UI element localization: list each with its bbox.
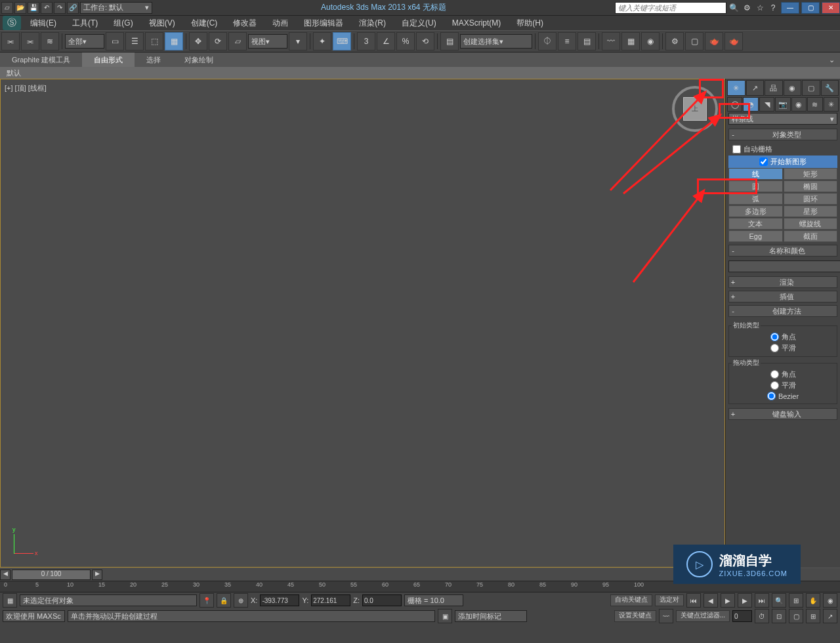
start-new-shape-checkbox[interactable] bbox=[759, 157, 768, 166]
help-search-input[interactable] bbox=[615, 2, 726, 14]
open-file-icon[interactable]: 📂 bbox=[14, 2, 26, 14]
autogrid-checkbox[interactable] bbox=[732, 145, 741, 154]
time-slider-next[interactable]: ▶ bbox=[92, 570, 102, 580]
favorites-icon[interactable]: ☆ bbox=[754, 2, 766, 14]
align-icon[interactable]: ≡ bbox=[558, 32, 576, 51]
unlink-tool-icon[interactable]: ⫘ bbox=[21, 32, 39, 51]
percent-snap-icon[interactable]: % bbox=[396, 32, 415, 51]
viewcube[interactable]: 上 bbox=[672, 86, 718, 132]
next-frame-icon[interactable]: ▶ bbox=[738, 593, 752, 608]
ribbon-tab-object-paint[interactable]: 对象绘制 bbox=[173, 52, 225, 67]
menu-group[interactable]: 组(G) bbox=[106, 18, 140, 29]
ribbon-tab-graphite[interactable]: Graphite 建模工具 bbox=[0, 52, 82, 67]
cat-shapes-icon[interactable]: ◔ bbox=[743, 97, 758, 112]
rollout-rendering[interactable]: +渲染 bbox=[728, 276, 837, 288]
layer-manager-icon[interactable]: ▤ bbox=[578, 32, 596, 51]
menu-views[interactable]: 视图(V) bbox=[141, 18, 183, 29]
lock-selection-icon[interactable]: 📍 bbox=[200, 593, 214, 608]
zoom-icon[interactable]: 🔍 bbox=[772, 593, 786, 608]
render-setup-icon[interactable]: ⚙ bbox=[665, 32, 684, 51]
cat-helpers-icon[interactable]: ◉ bbox=[791, 97, 807, 112]
panel-tab-modify[interactable]: ↗ bbox=[746, 80, 765, 96]
viewport-label[interactable]: [+] [顶] [线框] bbox=[5, 83, 47, 93]
coord-x-input[interactable] bbox=[260, 594, 299, 606]
obj-rectangle-button[interactable]: 矩形 bbox=[784, 168, 838, 180]
pan-icon[interactable]: ✋ bbox=[806, 593, 820, 608]
panel-tab-create[interactable]: ✳ bbox=[727, 80, 746, 96]
time-slider-prev[interactable]: ◀ bbox=[0, 570, 10, 580]
arc-rotate-icon[interactable]: ◉ bbox=[823, 593, 837, 608]
drag-bezier-radio[interactable] bbox=[767, 392, 776, 400]
drag-corner-radio[interactable] bbox=[770, 370, 779, 379]
obj-ngon-button[interactable]: 多边形 bbox=[728, 205, 783, 217]
select-by-name-icon[interactable]: ☰ bbox=[125, 32, 144, 51]
key-mode-icon[interactable]: 〰 bbox=[659, 609, 673, 623]
comm-center-icon2[interactable]: ▣ bbox=[438, 609, 452, 623]
min-max-toggle-icon[interactable]: ↗ bbox=[823, 609, 837, 623]
prev-frame-icon[interactable]: ◀ bbox=[704, 593, 718, 608]
object-name-input[interactable] bbox=[728, 260, 840, 272]
menu-animation[interactable]: 动画 bbox=[264, 18, 296, 29]
set-key-button[interactable]: 设置关键点 bbox=[614, 610, 656, 622]
obj-star-button[interactable]: 星形 bbox=[784, 205, 838, 217]
obj-line-button[interactable]: 线 bbox=[728, 168, 783, 180]
goto-end-icon[interactable]: ⏭ bbox=[755, 593, 769, 608]
window-crossing-icon[interactable]: ▦ bbox=[165, 32, 183, 51]
rendered-frame-icon[interactable]: ▢ bbox=[685, 32, 704, 51]
help-icon[interactable]: ? bbox=[767, 2, 779, 14]
angle-snap-icon[interactable]: ∠ bbox=[377, 32, 395, 51]
key-filters-button[interactable]: 关键点过滤器... bbox=[676, 610, 730, 622]
undo-icon[interactable]: ↶ bbox=[41, 2, 52, 14]
menu-rendering[interactable]: 渲染(R) bbox=[351, 18, 394, 29]
rollout-creation-method[interactable]: -创建方法 bbox=[728, 305, 837, 317]
ribbon-sub-default[interactable]: 默认 bbox=[0, 67, 840, 79]
material-editor-icon[interactable]: ◉ bbox=[641, 32, 660, 51]
select-region-rect-icon[interactable]: ⬚ bbox=[145, 32, 163, 51]
rollout-keyboard-entry[interactable]: +键盘输入 bbox=[728, 408, 837, 420]
edit-named-selset-icon[interactable]: ▤ bbox=[440, 32, 459, 51]
link-tool-icon[interactable]: ⫘ bbox=[1, 32, 20, 51]
menu-graph-editors[interactable]: 图形编辑器 bbox=[296, 18, 351, 29]
obj-section-button[interactable]: 截面 bbox=[784, 230, 838, 242]
zoom-extents-icon[interactable]: ⊡ bbox=[772, 609, 786, 623]
curve-editor-icon[interactable]: 〰 bbox=[602, 32, 620, 51]
cat-cameras-icon[interactable]: 📷 bbox=[775, 97, 790, 112]
obj-arc-button[interactable]: 弧 bbox=[728, 193, 783, 205]
obj-circle-button[interactable]: 圆 bbox=[728, 180, 783, 192]
time-config-icon[interactable]: ⏱ bbox=[755, 609, 769, 623]
new-file-icon[interactable]: ▱ bbox=[1, 2, 13, 14]
bind-spacewarp-icon[interactable]: ≋ bbox=[41, 32, 59, 51]
rollout-object-type[interactable]: -对象类型 bbox=[728, 129, 837, 140]
close-button[interactable]: ✕ bbox=[822, 2, 840, 14]
ribbon-tab-selection[interactable]: 选择 bbox=[135, 52, 173, 67]
cat-spacewarps-icon[interactable]: ≋ bbox=[807, 97, 822, 112]
snap-toggle-3-icon[interactable]: 3 bbox=[357, 32, 375, 51]
current-frame-input[interactable] bbox=[732, 610, 752, 622]
viewport-top[interactable]: [+] [顶] [线框] 上 xy bbox=[0, 79, 725, 568]
menu-customize[interactable]: 自定义(U) bbox=[394, 18, 444, 29]
select-move-icon[interactable]: ✥ bbox=[189, 32, 207, 51]
obj-text-button[interactable]: 文本 bbox=[728, 218, 783, 230]
absolute-transform-icon[interactable]: ⊕ bbox=[234, 593, 248, 608]
save-file-icon[interactable]: 💾 bbox=[28, 2, 39, 14]
select-manipulate-icon[interactable]: ✦ bbox=[313, 32, 331, 51]
subcategory-dropdown[interactable]: 样条线▾ bbox=[728, 113, 837, 125]
obj-helix-button[interactable]: 螺旋线 bbox=[784, 218, 838, 230]
auto-key-button[interactable]: 自动关键点 bbox=[610, 594, 652, 606]
obj-ellipse-button[interactable]: 椭圆 bbox=[784, 180, 838, 192]
select-rotate-icon[interactable]: ⟳ bbox=[209, 32, 227, 51]
menu-maxscript[interactable]: MAXScript(M) bbox=[444, 18, 509, 28]
app-menu-icon[interactable]: Ⓢ bbox=[3, 16, 21, 30]
time-slider-frame[interactable]: 0 / 100 bbox=[12, 570, 91, 580]
zoom-all-icon[interactable]: ⊞ bbox=[789, 593, 803, 608]
panel-tab-hierarchy[interactable]: 品 bbox=[765, 80, 783, 96]
initial-corner-radio[interactable] bbox=[770, 333, 779, 341]
viewcube-face-top[interactable]: 上 bbox=[683, 97, 707, 121]
redo-icon[interactable]: ↷ bbox=[54, 2, 66, 14]
select-scale-icon[interactable]: ▱ bbox=[228, 32, 247, 51]
named-selset-dropdown[interactable]: 创建选择集 ▾ bbox=[460, 34, 532, 49]
panel-tab-utilities[interactable]: 🔧 bbox=[821, 80, 839, 96]
maximize-viewport-icon[interactable]: ⊞ bbox=[806, 609, 820, 623]
add-time-tag[interactable]: 添加时间标记 bbox=[455, 610, 527, 622]
maxscript-mini-listener-icon[interactable]: ▦ bbox=[3, 593, 17, 608]
